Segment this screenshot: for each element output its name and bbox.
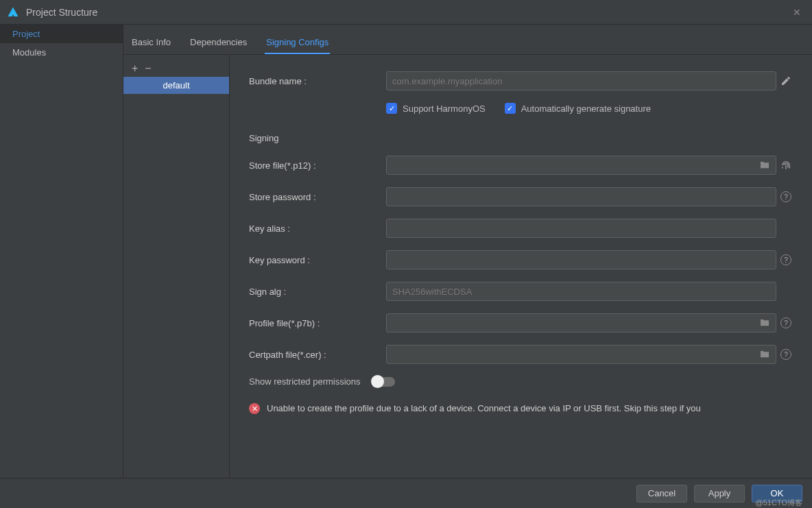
tab-signing-configs[interactable]: Signing Configs [265,32,330,54]
bundle-name-input[interactable]: com.example.myapplication [386,71,776,90]
store-file-label: Store file(*.p12) : [249,160,386,171]
tab-basic-info[interactable]: Basic Info [130,32,172,54]
config-item-default[interactable]: default [123,77,229,94]
sign-alg-input: SHA256withECDSA [386,282,776,301]
titlebar: Project Structure ✕ [0,0,812,25]
edit-icon[interactable] [776,75,796,86]
help-icon[interactable]: ? [776,254,796,265]
key-password-label: Key password : [249,255,386,265]
folder-icon[interactable] [759,160,770,171]
certpath-file-label: Certpath file(*.cer) : [249,350,386,360]
profile-file-label: Profile file(*.p7b) : [249,318,386,328]
help-icon[interactable]: ? [776,349,796,360]
folder-icon[interactable] [759,317,770,329]
close-icon[interactable]: ✕ [789,4,805,21]
key-alias-label: Key alias : [249,223,386,234]
help-icon[interactable]: ? [776,317,796,328]
remove-config-button[interactable]: − [145,63,151,74]
restricted-permissions-toggle[interactable] [372,377,395,387]
bundle-name-label: Bundle name : [249,76,386,86]
key-alias-input[interactable] [386,219,776,238]
check-icon: ✓ [505,103,516,114]
sidebar: Project Modules [0,25,123,478]
watermark: @51CTO博客 [756,498,802,508]
key-password-input[interactable] [386,250,776,269]
store-password-input[interactable] [386,187,776,206]
auto-generate-signature-checkbox[interactable]: ✓ Automatically generate signature [505,103,651,114]
cancel-button[interactable]: Cancel [636,485,687,503]
footer: Cancel Apply OK @51CTO博客 [0,478,812,508]
help-icon[interactable]: ? [776,191,796,202]
sign-alg-label: Sign alg : [249,287,386,297]
signing-section-header: Signing [249,133,796,143]
sidebar-item-project[interactable]: Project [0,25,123,43]
error-message: ✕ Unable to create the profile due to a … [249,402,796,415]
store-password-label: Store password : [249,192,386,202]
error-icon: ✕ [249,403,260,414]
sidebar-item-modules[interactable]: Modules [0,43,123,62]
certpath-file-input[interactable] [386,345,776,364]
check-icon: ✓ [386,103,397,114]
restricted-permissions-label: Show restricted permissions [249,376,361,387]
tabbar: Basic Info Dependencies Signing Configs [123,25,812,55]
app-logo-icon [7,6,19,19]
window-title: Project Structure [26,7,789,18]
profile-file-input[interactable] [386,313,776,332]
support-harmonyos-checkbox[interactable]: ✓ Support HarmonyOS [386,103,486,114]
tab-dependencies[interactable]: Dependencies [189,32,248,54]
apply-button[interactable]: Apply [694,485,745,503]
form-area: Bundle name : com.example.myapplication … [230,55,812,478]
fingerprint-icon[interactable] [776,159,796,171]
folder-icon[interactable] [759,349,770,361]
store-file-input[interactable] [386,156,776,175]
config-list: + − default [123,55,230,478]
add-config-button[interactable]: + [132,63,138,74]
